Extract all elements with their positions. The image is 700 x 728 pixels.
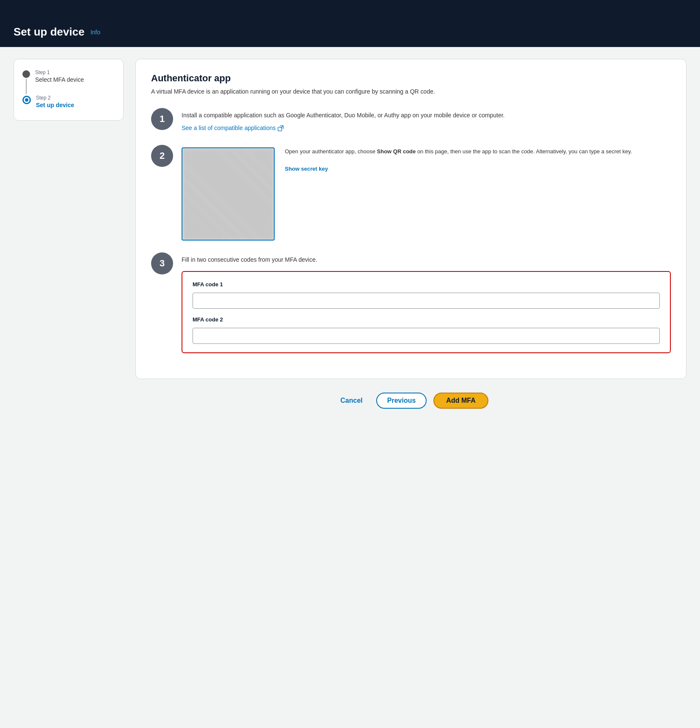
- qr-instruction-text-1: Open your authenticator app, choose Show…: [285, 148, 632, 155]
- info-link[interactable]: Info: [91, 29, 100, 36]
- mfa-codes-container: MFA code 1 MFA code 2: [182, 271, 671, 353]
- step-2-number: Step 2: [36, 95, 74, 101]
- step-badge-2: 2: [151, 145, 173, 167]
- card-subtitle: A virtual MFA device is an application r…: [151, 87, 671, 96]
- step-1-item: Step 1 Select MFA device: [22, 69, 115, 95]
- step-1-content: Install a compatible application such as…: [182, 108, 671, 133]
- instruction-step-3: 3 Fill in two consecutive codes from you…: [151, 252, 671, 353]
- fill-codes-description: Fill in two consecutive codes from your …: [182, 255, 671, 264]
- footer-actions: Cancel Previous Add MFA: [135, 393, 686, 422]
- content-area: Authenticator app A virtual MFA device i…: [135, 59, 686, 716]
- cancel-button[interactable]: Cancel: [333, 393, 369, 408]
- add-mfa-button[interactable]: Add MFA: [433, 393, 488, 409]
- step-1-indicator: [22, 70, 30, 78]
- svg-line-1: [281, 125, 283, 127]
- card-title: Authenticator app: [151, 73, 671, 84]
- top-navigation-bar: [0, 0, 700, 17]
- mfa-code2-input[interactable]: [193, 328, 660, 344]
- external-link-icon: [278, 125, 284, 131]
- step-connector-line: [26, 79, 27, 94]
- step-3-content: Fill in two consecutive codes from your …: [182, 252, 671, 353]
- show-secret-key-link[interactable]: Show secret key: [285, 166, 328, 172]
- instruction-step-1: 1 Install a compatible application such …: [151, 108, 671, 133]
- mfa-code1-input[interactable]: [193, 293, 660, 309]
- step-badge-1: 1: [151, 108, 173, 130]
- step-1-description: Install a compatible application such as…: [182, 111, 671, 120]
- steps-sidebar: Step 1 Select MFA device Step 2 Set up d…: [14, 59, 124, 121]
- qr-code-image: [182, 147, 275, 241]
- mfa-code1-label: MFA code 1: [193, 280, 660, 289]
- body-section: Step 1 Select MFA device Step 2 Set up d…: [0, 47, 700, 728]
- instruction-step-2: 2 Open your authenticator app, choose Sh…: [151, 145, 671, 241]
- step-1-number: Step 1: [35, 69, 84, 75]
- qr-side-description: Open your authenticator app, choose Show…: [285, 147, 671, 174]
- step-2-item: Step 2 Set up device: [22, 95, 115, 110]
- step-2-content: Open your authenticator app, choose Show…: [182, 145, 671, 241]
- step-2-label: Set up device: [36, 102, 74, 108]
- show-qr-bold: Show QR code: [377, 148, 416, 155]
- step-1-label: Select MFA device: [35, 76, 84, 83]
- compatible-apps-link[interactable]: See a list of compatible applications: [182, 123, 284, 133]
- page-title: Set up device: [14, 25, 85, 39]
- step-badge-3: 3: [151, 252, 173, 274]
- mfa-code2-label: MFA code 2: [193, 316, 660, 324]
- setup-card: Authenticator app A virtual MFA device i…: [135, 59, 686, 379]
- previous-button[interactable]: Previous: [376, 393, 427, 409]
- step-2-indicator: [22, 96, 31, 104]
- step-2-body: Open your authenticator app, choose Show…: [182, 147, 671, 241]
- step-list: Step 1 Select MFA device Step 2 Set up d…: [22, 69, 115, 110]
- qr-blur-overlay: [182, 148, 274, 240]
- page-header: Set up device Info: [0, 17, 700, 47]
